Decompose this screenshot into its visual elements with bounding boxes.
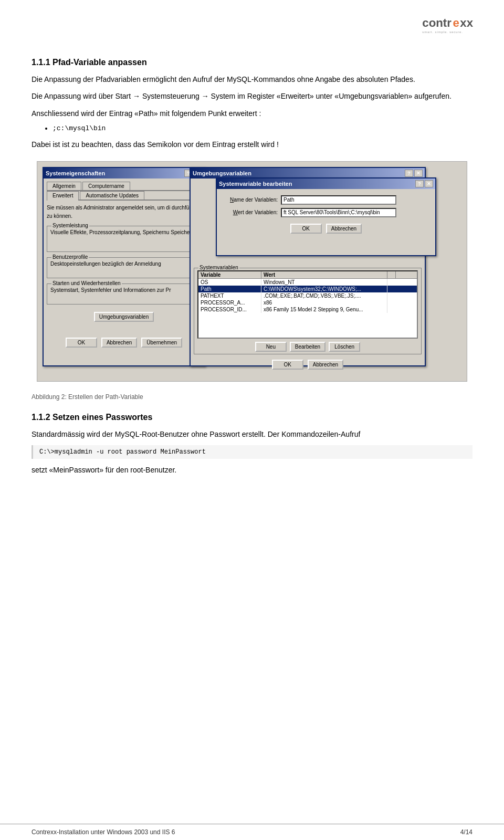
umgebung-close-btn[interactable]: ✕: [414, 170, 423, 177]
list-row-pathext[interactable]: PATHEXT .COM;.EXE;.BAT;.CMD;.VBS;.VBE;.J…: [198, 292, 417, 299]
svg-text:smart. simple. secure.: smart. simple. secure.: [422, 30, 463, 34]
var-path: Path: [198, 286, 261, 292]
group-starten: Starten und Wiederherstellen Systemstart…: [47, 284, 201, 304]
sysvar-name-input[interactable]: [281, 195, 396, 205]
sysvar-dialog: Systemvariable bearbeiten ? ✕ Name der V…: [216, 177, 436, 256]
syseig-titlebar: Systemeigenschaften ? ✕: [44, 168, 204, 178]
para-s2-1: Standardmässig wird der MySQL-Root-Benut…: [32, 428, 472, 440]
group-systemleistung: Systemleistung Visuelle Effekte, Prozess…: [47, 226, 201, 252]
umgebung-titlebar: Umgebungsvariablen ? ✕: [191, 168, 425, 178]
bullet-item-1: ;c:\mysql\bin: [52, 124, 472, 132]
logo-area: contr e xx smart. simple. secure.: [420, 10, 483, 37]
para-2: Die Anpassung wird über Start → Systemst…: [32, 90, 472, 102]
var-proc-a: PROCESSOR_A...: [198, 299, 261, 306]
syseig-ok-btn[interactable]: OK: [66, 338, 97, 348]
umgebung-btn-row: Umgebungsvariablen: [47, 312, 201, 322]
para-4: Dabei ist ist zu beachten, dass das Semi…: [32, 139, 472, 150]
logo-brand: contr e xx smart. simple. secure.: [420, 10, 483, 37]
admin-text: Sie müssen als Administrator angemeldet …: [47, 204, 201, 220]
sysvar-wert-row: Wert der Variablen:: [220, 208, 432, 217]
svg-text:xx: xx: [460, 16, 473, 29]
wert-pathext: .COM;.EXE;.BAT;.CMD;.VBS;.VBE;.JS;....: [261, 292, 387, 299]
neu-btn[interactable]: Neu: [255, 342, 287, 352]
syseig-abbrechen-btn[interactable]: Abbrechen: [101, 338, 137, 348]
var-proc-id: PROCESSOR_ID...: [198, 306, 261, 313]
sysvar-wert-label: Wert der Variablen:: [220, 209, 278, 215]
sysvar-ok-btn[interactable]: OK: [290, 224, 322, 234]
footer-left: Contrexx-Installation unter Windows 2003…: [32, 828, 175, 836]
list-row-proc-a[interactable]: PROCESSOR_A... x86: [198, 299, 417, 306]
group-starten-label: Starten und Wiederherstellen: [51, 280, 122, 286]
var-pathext: PATHEXT: [198, 292, 261, 299]
group-systemleistung-text: Visuelle Effekte, Prozessorzeitplanung, …: [50, 228, 197, 237]
svg-text:e: e: [453, 16, 459, 29]
col-variable: Variable: [198, 271, 261, 278]
page-footer: Contrexx-Installation unter Windows 2003…: [0, 824, 504, 840]
umgebung-btn-row: OK Abbrechen: [194, 360, 422, 370]
umgebung-title: Umgebungsvariablen: [193, 170, 251, 176]
footer-right: 4/14: [460, 828, 472, 836]
sysvar-name-row: Name der Variablen:: [220, 195, 432, 205]
sysvar-abbrechen-btn[interactable]: Abbrechen: [326, 224, 362, 234]
umgebungsvariablen-btn[interactable]: Umgebungsvariablen: [94, 312, 154, 322]
code-block: C:\>mysqladmin -u root password MeinPass…: [32, 445, 472, 459]
col-scroll: [387, 271, 396, 278]
sysvar-content: Name der Variablen: Wert der Variablen: …: [217, 189, 435, 237]
systemvariablen-group: Systemvariablen Variable Wert OS Windows…: [194, 268, 422, 354]
main-content: 1.1.1 Pfad-Variable anpassen Die Anpassu…: [32, 58, 472, 476]
caption: Abbildung 2: Erstellen der Path-Variable: [32, 392, 472, 402]
wert-path: C:\WINDOWS\system32;C:\WINDOWS;...: [261, 286, 387, 292]
umgebung-list-buttons: Neu Bearbeiten Löschen: [197, 342, 418, 352]
systemvariablen-label: Systemvariablen: [198, 265, 239, 270]
tab-erweitert[interactable]: Erweitert: [47, 191, 79, 201]
syseig-dialog: Systemeigenschaften ? ✕ Allgemein Comput…: [43, 167, 205, 366]
sysvar-title: Systemvariable bearbeiten: [219, 181, 292, 187]
syseig-tabs2: Erweitert Automatische Updates: [47, 191, 201, 201]
umgebung-ok-btn[interactable]: OK: [272, 360, 303, 370]
group-benutzerprofile-label: Benutzerprofile: [51, 254, 89, 260]
para-1: Die Anpassung der Pfadvariablen ermöglic…: [32, 74, 472, 85]
syseig-content: Allgemein Computername Erweitert Automat…: [44, 178, 204, 351]
var-os: OS: [198, 279, 261, 286]
section-heading-1: 1.1.1 Pfad-Variable anpassen: [32, 58, 472, 67]
list-row-path[interactable]: Path C:\WINDOWS\system32;C:\WINDOWS;...: [198, 286, 417, 292]
syseig-btn-row: OK Abbrechen Übernehmen: [47, 338, 201, 348]
sysvar-close-btn[interactable]: ✕: [425, 180, 433, 187]
sysvar-wert-input[interactable]: [281, 208, 396, 217]
loschen-btn[interactable]: Löschen: [329, 342, 360, 352]
sysvar-name-label: Name der Variablen:: [220, 197, 278, 203]
umgebung-abbrechen-btn[interactable]: Abbrechen: [308, 360, 343, 370]
group-starten-text: Systemstart, Systemfehler und Informatio…: [50, 286, 197, 295]
list-header: Variable Wert: [198, 271, 417, 279]
tab-allgemein[interactable]: Allgemein: [47, 182, 81, 190]
sysvar-titlebar: Systemvariable bearbeiten ? ✕: [217, 178, 435, 189]
col-wert: Wert: [261, 271, 387, 278]
wert-os: Windows_NT: [261, 279, 387, 286]
group-benutzerprofile-text: Desktopeinstellungen bezüglich der Anmel…: [50, 260, 197, 268]
section-heading-2: 1.1.2 Setzen eines Passwortes: [32, 413, 472, 422]
umgebung-title-buttons: ? ✕: [405, 170, 423, 177]
sysvar-title-buttons: ? ✕: [415, 180, 433, 187]
contrexx-logo: contr e xx smart. simple. secure.: [420, 10, 483, 37]
tab-computername[interactable]: Computername: [82, 182, 130, 190]
para-3: Anschliessend wird der Eintrag «Path» mi…: [32, 108, 472, 119]
umgebung-help-btn[interactable]: ?: [405, 170, 413, 177]
group-benutzerprofile: Benutzerprofile Desktopeinstellungen bez…: [47, 257, 201, 278]
screenshot-box: Systemeigenschaften ? ✕ Allgemein Comput…: [37, 161, 467, 382]
list-row-os[interactable]: OS Windows_NT: [198, 279, 417, 286]
group-systemleistung-label: Systemleistung: [51, 223, 89, 228]
para-s2-2: setzt «MeinPasswort» für den root-Benutz…: [32, 464, 472, 476]
sysvar-help-btn[interactable]: ?: [415, 180, 424, 187]
syseig-tabs: Allgemein Computername: [47, 182, 201, 191]
list-row-proc-id[interactable]: PROCESSOR_ID... x86 Family 15 Model 2 St…: [198, 306, 417, 313]
systemvariablen-list[interactable]: Variable Wert OS Windows_NT Path C:\WIND…: [197, 270, 418, 339]
wert-proc-id: x86 Family 15 Model 2 Stepping 9, Genu..…: [261, 306, 387, 313]
sysvar-btn-row: OK Abbrechen: [220, 224, 432, 234]
syseig-ubernehmen-btn[interactable]: Übernehmen: [141, 338, 182, 348]
bearbeiten-btn[interactable]: Bearbeiten: [290, 342, 326, 352]
svg-text:contr: contr: [422, 16, 452, 29]
page-container: contr e xx smart. simple. secure. 1.1.1 …: [0, 0, 504, 840]
syseig-title: Systemeigenschaften: [46, 170, 105, 176]
tab-updates[interactable]: Automatische Updates: [80, 191, 144, 200]
wert-proc-a: x86: [261, 299, 387, 306]
